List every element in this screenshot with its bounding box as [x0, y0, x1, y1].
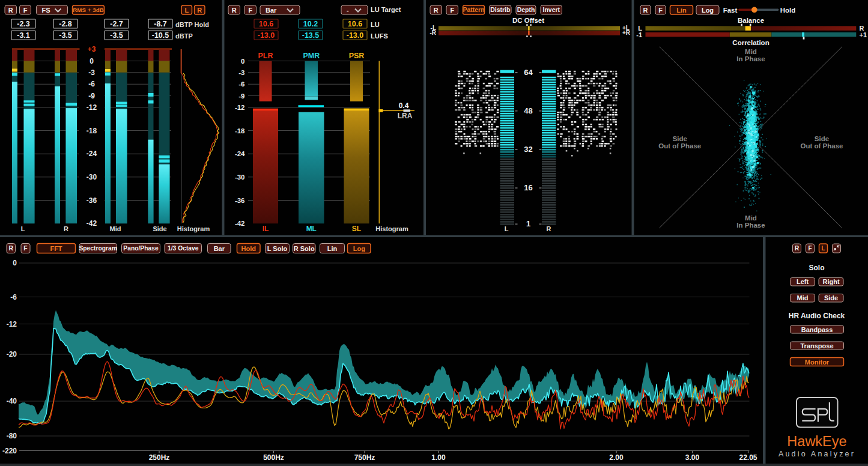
- svg-text:LUFS: LUFS: [371, 32, 388, 40]
- svg-text:HR Audio Check: HR Audio Check: [789, 312, 845, 320]
- svg-text:0: 0: [241, 58, 244, 65]
- svg-text:L: L: [821, 245, 825, 252]
- svg-text:-24: -24: [86, 150, 97, 158]
- svg-text:-2.7: -2.7: [110, 20, 123, 28]
- svg-text:1.00: 1.00: [431, 453, 446, 462]
- svg-text:Mid: Mid: [110, 225, 121, 232]
- svg-text:SL: SL: [352, 225, 361, 233]
- svg-text:-9: -9: [238, 92, 244, 100]
- svg-text:-8.7: -8.7: [154, 20, 167, 28]
- svg-text:R: R: [232, 7, 237, 14]
- svg-text:R: R: [434, 7, 439, 14]
- svg-text:F: F: [23, 244, 28, 252]
- svg-text:Depth: Depth: [517, 6, 535, 13]
- svg-text:-2.8: -2.8: [59, 20, 72, 28]
- svg-text:Left: Left: [797, 278, 809, 285]
- svg-text:10.6: 10.6: [348, 20, 362, 28]
- svg-text:10.2: 10.2: [303, 20, 318, 28]
- svg-text:0: 0: [90, 57, 94, 65]
- svg-text:-3.1: -3.1: [17, 31, 30, 40]
- svg-text:500Hz: 500Hz: [263, 453, 284, 462]
- svg-text:+R: +R: [622, 29, 631, 36]
- svg-text:F: F: [23, 7, 28, 14]
- svg-text:R: R: [795, 245, 800, 252]
- svg-text:R: R: [8, 7, 13, 14]
- svg-text:Mid: Mid: [797, 294, 809, 301]
- svg-text:Audio Analyzer: Audio Analyzer: [778, 450, 855, 458]
- svg-text:Spectrogram: Spectrogram: [79, 245, 117, 252]
- svg-text:64: 64: [524, 68, 533, 77]
- svg-text:Invert: Invert: [543, 6, 560, 13]
- svg-text:Out of Phase: Out of Phase: [658, 142, 701, 150]
- svg-text:R: R: [547, 225, 551, 232]
- svg-text:-12: -12: [235, 104, 245, 111]
- svg-text:R Solo: R Solo: [294, 245, 315, 252]
- svg-text:-18: -18: [86, 127, 97, 135]
- svg-text:-10.5: -10.5: [152, 31, 169, 40]
- svg-text:-: -: [347, 7, 349, 14]
- svg-text:HawkEye: HawkEye: [787, 434, 846, 449]
- svg-text:-3.5: -3.5: [59, 31, 72, 40]
- svg-text:Lin: Lin: [676, 7, 687, 14]
- svg-text:-2.3: -2.3: [17, 20, 30, 28]
- svg-text:Solo: Solo: [809, 264, 825, 272]
- svg-text:Side: Side: [824, 294, 838, 301]
- svg-text:250Hz: 250Hz: [149, 453, 170, 462]
- svg-text:-36: -36: [86, 196, 97, 205]
- svg-text:-24: -24: [235, 150, 245, 157]
- svg-text:Side: Side: [815, 135, 829, 142]
- svg-text:-6: -6: [88, 80, 95, 88]
- svg-text:LRA: LRA: [398, 112, 413, 120]
- svg-text:Side: Side: [673, 135, 687, 142]
- svg-text:Mid: Mid: [745, 214, 757, 222]
- svg-text:-220: -220: [2, 447, 17, 455]
- svg-text:-80: -80: [7, 432, 17, 440]
- svg-text:Lin: Lin: [327, 245, 338, 252]
- svg-text:R: R: [64, 225, 68, 232]
- svg-text:Histogram: Histogram: [177, 225, 210, 232]
- svg-text:L: L: [184, 7, 189, 14]
- svg-text:16: 16: [524, 183, 532, 192]
- svg-text:In Phase: In Phase: [736, 222, 765, 229]
- svg-text:Balance: Balance: [738, 17, 764, 24]
- svg-text:-30: -30: [235, 174, 245, 181]
- svg-text:-12: -12: [7, 320, 17, 328]
- svg-text:-1: -1: [636, 31, 642, 38]
- svg-text:L: L: [21, 225, 25, 232]
- svg-text:0.4: 0.4: [399, 101, 409, 110]
- svg-text:48: 48: [524, 106, 532, 115]
- svg-text:In Phase: In Phase: [736, 55, 765, 62]
- svg-text:L: L: [505, 225, 509, 232]
- svg-text:R: R: [197, 7, 202, 14]
- svg-text:Log: Log: [702, 7, 714, 14]
- svg-text:Histogram: Histogram: [375, 225, 408, 232]
- svg-text:2.00: 2.00: [609, 453, 624, 462]
- svg-text:Right: Right: [822, 278, 839, 285]
- svg-text:+1: +1: [860, 31, 867, 38]
- svg-text:Log: Log: [353, 245, 365, 252]
- svg-text:Hold: Hold: [780, 7, 796, 14]
- svg-text:-12: -12: [86, 103, 97, 112]
- svg-text:Distrib: Distrib: [490, 6, 510, 13]
- svg-text:-6: -6: [10, 293, 17, 301]
- svg-text:F: F: [248, 7, 252, 14]
- svg-text:-9: -9: [88, 92, 95, 100]
- svg-text:-3: -3: [88, 68, 95, 77]
- svg-text:-40: -40: [7, 397, 17, 405]
- svg-text:Hold: Hold: [241, 245, 256, 252]
- svg-text:Bar: Bar: [266, 7, 277, 14]
- svg-text:-30: -30: [86, 173, 97, 181]
- svg-text:LU: LU: [371, 21, 380, 28]
- svg-text:L Solo: L Solo: [267, 245, 288, 252]
- svg-text:1/3 Octave: 1/3 Octave: [168, 245, 199, 252]
- svg-text:F: F: [658, 7, 663, 14]
- svg-text:-3: -3: [238, 69, 244, 76]
- svg-text:Side: Side: [153, 225, 166, 232]
- svg-text:Pattern: Pattern: [463, 6, 484, 13]
- svg-text:-6: -6: [238, 80, 244, 88]
- svg-text:-42: -42: [86, 219, 97, 228]
- svg-text:1: 1: [526, 219, 530, 228]
- svg-text:32: 32: [524, 145, 532, 154]
- svg-text:Correlation: Correlation: [732, 39, 769, 46]
- svg-text:RMS + 3dB: RMS + 3dB: [73, 7, 103, 13]
